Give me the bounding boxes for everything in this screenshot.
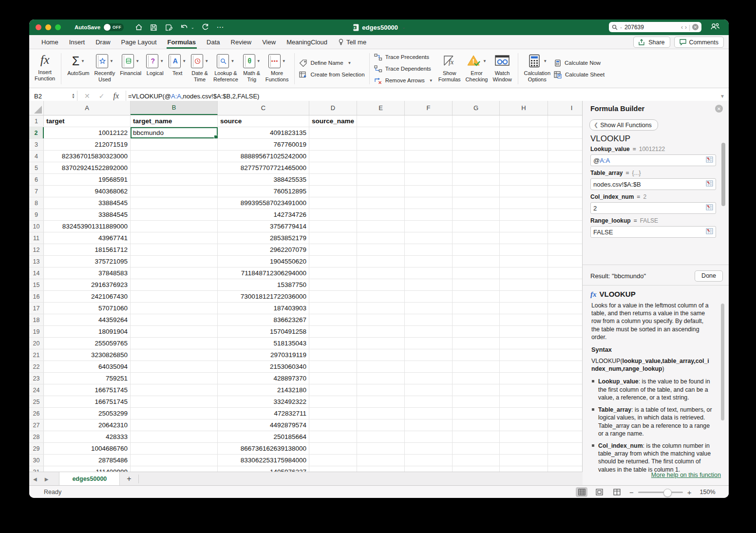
cell-F21[interactable] xyxy=(405,349,453,361)
cell-B16[interactable] xyxy=(131,291,218,302)
cell-H6[interactable] xyxy=(500,174,548,185)
cell-E12[interactable] xyxy=(357,244,405,255)
cell-G6[interactable] xyxy=(453,174,500,185)
col_index_num-input[interactable]: 2 xyxy=(590,202,716,214)
cell-H9[interactable] xyxy=(500,209,548,220)
recently-used-button[interactable]: ▼Recently Used xyxy=(92,51,117,83)
cell-A30[interactable]: 28785486 xyxy=(44,455,131,466)
cell-F2[interactable] xyxy=(405,127,453,138)
cell-A23[interactable]: 759251 xyxy=(44,373,131,384)
cell-I8[interactable] xyxy=(548,197,583,209)
column-header-B[interactable]: B xyxy=(131,101,218,115)
cell-H25[interactable] xyxy=(500,396,548,407)
cell-B22[interactable] xyxy=(131,361,218,372)
cell-I4[interactable] xyxy=(548,151,583,162)
cell-C23[interactable]: 428897370 xyxy=(218,373,309,384)
row-header-13[interactable]: 13 xyxy=(29,256,44,267)
cell-F15[interactable] xyxy=(405,279,453,290)
cell-H27[interactable] xyxy=(500,419,548,431)
cell-G7[interactable] xyxy=(453,186,500,197)
cell-F4[interactable] xyxy=(405,151,453,162)
text-button[interactable]: A▼Text xyxy=(166,51,189,76)
date-time-button[interactable]: ▼Date & Time xyxy=(189,51,211,83)
cell-G23[interactable] xyxy=(453,373,500,384)
cell-D10[interactable] xyxy=(309,221,357,232)
sheet-tab-edges50000[interactable]: edges50000 xyxy=(59,472,120,486)
cell-H17[interactable] xyxy=(500,303,548,314)
cell-A25[interactable]: 166751745 xyxy=(44,396,131,407)
cell-D24[interactable] xyxy=(309,384,357,396)
cell-C1[interactable]: source xyxy=(218,115,309,127)
table_array-input[interactable]: nodes.csv!$A:$B xyxy=(590,178,716,190)
cell-I1[interactable] xyxy=(548,115,583,127)
add-sheet-button[interactable]: + xyxy=(120,475,138,483)
cell-C29[interactable]: 866736162639138000 xyxy=(218,443,309,454)
cell-A4[interactable]: 823367015830323000 xyxy=(44,151,131,162)
tab-home[interactable]: Home xyxy=(36,35,64,49)
cell-I15[interactable] xyxy=(548,279,583,290)
zoom-slider[interactable] xyxy=(638,492,683,493)
cell-H29[interactable] xyxy=(500,443,548,454)
cell-E29[interactable] xyxy=(357,443,405,454)
cell-D2[interactable] xyxy=(309,127,357,138)
cell-G19[interactable] xyxy=(453,326,500,337)
column-header-G[interactable]: G xyxy=(453,101,500,115)
calculate-now-button[interactable]: Calculate Now xyxy=(554,58,605,68)
share-button[interactable]: Share xyxy=(633,37,670,48)
cell-D7[interactable] xyxy=(309,186,357,197)
row-header-6[interactable]: 6 xyxy=(29,174,44,185)
cell-H1[interactable] xyxy=(500,115,548,127)
cell-I31[interactable] xyxy=(548,466,583,472)
cell-E9[interactable] xyxy=(357,209,405,220)
cell-C12[interactable]: 2962207079 xyxy=(218,244,309,255)
cell-A14[interactable]: 37848583 xyxy=(44,267,131,279)
cell-B4[interactable] xyxy=(131,151,218,162)
row-header-22[interactable]: 22 xyxy=(29,361,44,372)
cell-E6[interactable] xyxy=(357,174,405,185)
cell-E11[interactable] xyxy=(357,232,405,244)
cell-G13[interactable] xyxy=(453,256,500,267)
formula-bar-expand-icon[interactable]: ▼ xyxy=(720,94,725,99)
cell-B6[interactable] xyxy=(131,174,218,185)
zoom-in-icon[interactable]: + xyxy=(687,488,692,496)
cell-G25[interactable] xyxy=(453,396,500,407)
cell-I25[interactable] xyxy=(548,396,583,407)
cell-F30[interactable] xyxy=(405,455,453,466)
zoom-window-button[interactable] xyxy=(55,24,61,30)
zoom-slider-thumb[interactable] xyxy=(663,489,672,497)
cell-E8[interactable] xyxy=(357,197,405,209)
cell-D16[interactable] xyxy=(309,291,357,302)
cell-D28[interactable] xyxy=(309,431,357,442)
cell-F20[interactable] xyxy=(405,338,453,349)
cell-G17[interactable] xyxy=(453,303,500,314)
cell-G12[interactable] xyxy=(453,244,500,255)
cell-A1[interactable]: target xyxy=(44,115,131,127)
cell-F19[interactable] xyxy=(405,326,453,337)
redo-icon[interactable] xyxy=(201,23,209,32)
row-header-5[interactable]: 5 xyxy=(29,162,44,173)
row-header-30[interactable]: 30 xyxy=(29,455,44,466)
cancel-entry-icon[interactable]: ✕ xyxy=(84,92,90,100)
page-layout-view-icon[interactable] xyxy=(593,487,605,497)
cell-F24[interactable] xyxy=(405,384,453,396)
cell-G30[interactable] xyxy=(453,455,500,466)
cell-G11[interactable] xyxy=(453,232,500,244)
cell-E7[interactable] xyxy=(357,186,405,197)
cell-I29[interactable] xyxy=(548,443,583,454)
cell-F10[interactable] xyxy=(405,221,453,232)
cell-I21[interactable] xyxy=(548,349,583,361)
cell-G29[interactable] xyxy=(453,443,500,454)
cell-C20[interactable]: 518135043 xyxy=(218,338,309,349)
cell-F29[interactable] xyxy=(405,443,453,454)
cell-D14[interactable] xyxy=(309,267,357,279)
cell-E26[interactable] xyxy=(357,408,405,419)
logical-button[interactable]: ?▼Logical xyxy=(144,51,166,76)
search-next-icon[interactable]: › xyxy=(685,24,687,31)
row-header-27[interactable]: 27 xyxy=(29,419,44,431)
autosum-button[interactable]: Σ▼AutoSum xyxy=(65,51,92,76)
cell-D20[interactable] xyxy=(309,338,357,349)
cell-D15[interactable] xyxy=(309,279,357,290)
cell-E24[interactable] xyxy=(357,384,405,396)
cell-G16[interactable] xyxy=(453,291,500,302)
cell-F11[interactable] xyxy=(405,232,453,244)
